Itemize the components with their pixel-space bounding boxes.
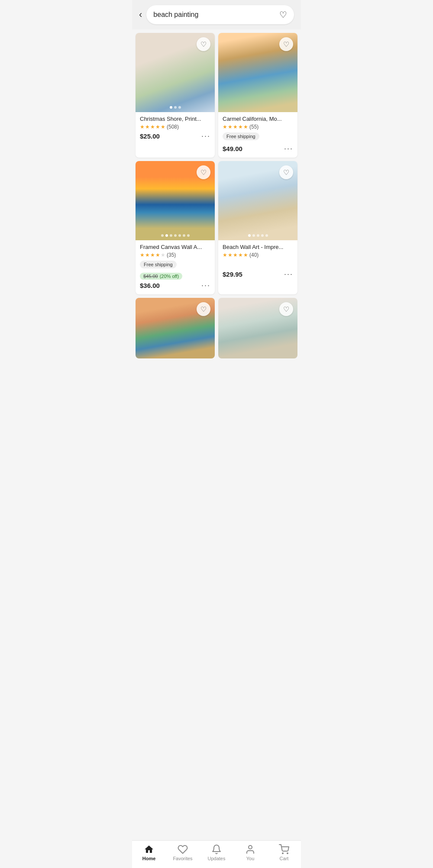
review-count: (55) [249,124,259,130]
product-info: Beach Wall Art - Impre... ★ ★ ★ ★ ★ (40)… [218,240,297,283]
discount-text: (20% off) [160,274,179,279]
price-row: $25.00 ··· [140,132,210,140]
image-dots [136,106,215,109]
star: ★ [243,252,248,258]
nav-item-favorites[interactable]: Favorites [170,844,196,861]
review-count: (40) [249,252,259,258]
rating-row: ★ ★ ★ ★ ★ (35) [140,252,210,258]
product-price: $36.00 [140,282,160,289]
favorite-button[interactable]: ♡ [279,165,293,179]
home-icon [144,844,154,855]
stars: ★ ★ ★ ★ ★ [140,124,165,130]
price-row: $49.00 ··· [223,145,293,152]
price-row: $29.95 ··· [223,270,293,278]
star: ★ [228,124,233,130]
review-count: (35) [167,252,176,258]
search-bar[interactable]: beach painting ♡ [146,5,294,24]
favorite-button[interactable]: ♡ [197,165,210,179]
svg-point-0 [249,845,252,849]
rating-row: ★ ★ ★ ★ ★ (508) [140,124,210,130]
image-dots [136,234,215,237]
product-info: Framed Canvas Wall A... ★ ★ ★ ★ ★ (35) F… [136,240,215,294]
nav-item-you[interactable]: You [237,844,263,861]
product-card[interactable]: ♡ Christmas Shore, Print... ★ ★ ★ ★ ★ (5… [136,33,215,158]
more-button[interactable]: ··· [284,270,293,278]
product-card-partial[interactable]: ♡ [136,298,215,358]
product-image-wrap: ♡ [136,161,215,240]
nav-label-cart: Cart [280,856,289,861]
nav-item-cart[interactable]: Cart [271,844,297,861]
star: ★ [140,252,145,258]
dot [183,234,185,237]
rating-row: ★ ★ ★ ★ ★ (55) [223,124,293,130]
discount-badge: $45.00 (20% off) [140,273,182,280]
product-price: $25.00 [140,132,160,140]
favorite-button[interactable]: ♡ [197,37,210,51]
dot [174,234,177,237]
search-query: beach painting [153,11,198,19]
more-button[interactable]: ··· [201,281,210,289]
original-price-row: $45.00 (20% off) [140,273,210,280]
stars: ★ ★ ★ ★ ★ [223,252,248,258]
product-card[interactable]: ♡ Framed Canvas Wall A... ★ ★ ★ ★ ★ [136,161,215,294]
nav-label-updates: Updates [208,856,226,861]
image-dots [218,234,297,237]
svg-point-1 [282,853,283,854]
star: ★ [223,252,227,258]
header: ‹ beach painting ♡ [132,0,301,29]
back-button[interactable]: ‹ [139,10,142,19]
svg-point-2 [287,853,288,854]
stars: ★ ★ ★ ★ ★ [140,252,165,258]
nav-label-home: Home [142,856,156,861]
dot [252,234,255,237]
nav-item-home[interactable]: Home [136,844,162,861]
product-price: $49.00 [223,145,242,152]
review-count: (508) [167,124,179,130]
star-empty: ★ [161,252,165,258]
product-price: $29.95 [223,271,242,278]
dot [257,234,259,237]
dot [170,106,172,109]
star: ★ [233,124,238,130]
favorite-icon[interactable]: ♡ [279,10,287,20]
star: ★ [228,252,233,258]
dot [178,106,181,109]
free-shipping-badge: Free shipping [140,261,177,268]
you-icon [245,844,255,855]
price-row: $36.00 ··· [140,281,210,289]
dot [174,106,177,109]
product-card-partial[interactable]: ♡ [218,298,297,358]
favorite-button[interactable]: ♡ [279,37,293,51]
product-title: Christmas Shore, Print... [140,116,210,122]
star: ★ [223,124,227,130]
product-info: Carmel California, Mo... ★ ★ ★ ★ ★ (55) … [218,112,297,158]
product-card[interactable]: ♡ Carmel California, Mo... ★ ★ ★ ★ ★ (55… [218,33,297,158]
bottom-nav: Home Favorites Updates You Cart [132,840,301,868]
star: ★ [233,252,238,258]
product-info: Christmas Shore, Print... ★ ★ ★ ★ ★ (508… [136,112,215,145]
product-title: Carmel California, Mo... [223,116,293,122]
favorite-button[interactable]: ♡ [279,302,293,316]
dot [261,234,264,237]
star-half: ★ [243,124,248,130]
star: ★ [161,124,165,130]
favorite-button[interactable]: ♡ [197,302,210,316]
free-shipping-badge: Free shipping [223,132,259,140]
star: ★ [150,124,155,130]
star: ★ [140,124,145,130]
nav-label-you: You [246,856,255,861]
dot [170,234,172,237]
product-image-wrap: ♡ [218,33,297,112]
nav-item-updates[interactable]: Updates [204,844,229,861]
more-button[interactable]: ··· [201,132,210,140]
product-image-wrap: ♡ [136,33,215,112]
star: ★ [145,124,150,130]
nav-label-favorites: Favorites [173,856,192,861]
dot [265,234,268,237]
star: ★ [238,124,243,130]
rating-row: ★ ★ ★ ★ ★ (40) [223,252,293,258]
product-grid: ♡ Christmas Shore, Print... ★ ★ ★ ★ ★ (5… [132,29,301,298]
more-button[interactable]: ··· [284,145,293,152]
product-card[interactable]: ♡ Beach Wall Art - Impre... ★ ★ ★ ★ ★ (4… [218,161,297,294]
cart-icon [279,844,289,855]
